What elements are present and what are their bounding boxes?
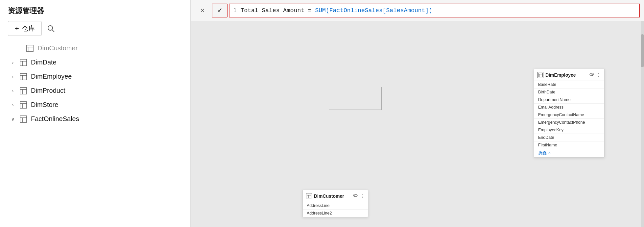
sidebar-search-row: + 仓库 <box>0 19 190 40</box>
sidebar-item-dimstore[interactable]: › DimStore <box>0 98 190 112</box>
table-icon <box>26 45 34 52</box>
chevron-dimemployee: › <box>10 74 16 79</box>
chevron-factonlinesales: ∨ <box>10 116 16 122</box>
sidebar-header: 资源管理器 <box>0 0 190 19</box>
sidebar-item-dimemployee[interactable]: › DimEmployee <box>0 69 190 84</box>
sidebar-item-factonlinesales[interactable]: ∨ FactOnlineSales <box>0 112 190 126</box>
sidebar-item-dimproduct[interactable]: › DimProduct <box>0 84 190 98</box>
dimstore-label: DimStore <box>31 101 58 109</box>
formula-text: Total Sales Amount = SUM(FactOnlineSales… <box>241 7 432 14</box>
table-field-addressline: AddressLine <box>303 202 368 210</box>
formula-text-blue: SUM(FactOnlineSales[SalesAmount]) <box>315 7 432 14</box>
table-field-enddate: EndDate <box>534 134 604 141</box>
formula-confirm-button[interactable]: ✓ <box>212 4 227 17</box>
confirm-icon: ✓ <box>217 7 222 14</box>
dim-employee-actions: ⋮ <box>589 72 601 78</box>
svg-rect-11 <box>20 88 27 94</box>
formula-line-number: 1 <box>233 7 237 13</box>
table-icon <box>20 73 27 80</box>
dimcustomer-partial-label: DimCustomer <box>37 44 78 52</box>
cancel-icon: × <box>201 6 205 15</box>
search-icon <box>47 25 55 33</box>
dim-customer-card-header: DimCustomer ⋮ <box>303 190 368 202</box>
table-icon <box>20 59 27 66</box>
add-warehouse-button[interactable]: + 仓库 <box>8 21 42 36</box>
table-field-emergencycontactphone: EmergencyContactPhone <box>534 119 604 126</box>
svg-rect-5 <box>20 59 27 66</box>
add-warehouse-label: 仓库 <box>22 24 35 33</box>
sidebar-item-dimcustomer[interactable]: DimCustomer <box>0 41 190 55</box>
table-icon <box>20 101 27 109</box>
dim-customer-eye-button[interactable] <box>353 193 358 199</box>
canvas-scrollbar-thumb <box>641 34 644 67</box>
dim-customer-actions: ⋮ <box>353 193 365 199</box>
dimemployee-label: DimEmployee <box>31 73 72 80</box>
table-field-emailaddress: EmailAddress <box>534 104 604 111</box>
dim-employee-more-button[interactable]: ⋮ <box>596 72 601 78</box>
dim-employee-eye-button[interactable] <box>589 72 594 78</box>
dimdate-label: DimDate <box>31 59 57 66</box>
svg-rect-25 <box>307 194 311 198</box>
dim-customer-more-button[interactable]: ⋮ <box>360 193 365 199</box>
dim-employee-card-header: DimEmployee ⋮ <box>534 69 604 81</box>
dim-customer-card: DimCustomer ⋮ AddressLine AddressLine2 <box>302 190 368 217</box>
table-field-departmentname: DepartmentName <box>534 96 604 104</box>
canvas-area: DimEmployee ⋮ BaseRate BirthDate Departm… <box>191 21 644 227</box>
dim-employee-table-icon <box>537 72 543 78</box>
svg-line-1 <box>52 30 54 32</box>
svg-rect-17 <box>20 116 27 122</box>
sidebar-item-dimdate[interactable]: › DimDate <box>0 55 190 69</box>
sidebar: 资源管理器 + 仓库 DimCustomer › <box>0 0 191 227</box>
table-field-firstname: FirstName <box>534 141 604 149</box>
table-field-addressline2: AddressLine2 <box>303 210 368 217</box>
dim-customer-title: DimCustomer <box>314 193 351 199</box>
plus-icon: + <box>15 24 19 33</box>
table-field-employeekey: EmployeeKey <box>534 126 604 134</box>
search-button[interactable] <box>47 25 55 33</box>
dim-customer-table-icon <box>306 193 312 199</box>
factonlinesales-label: FactOnlineSales <box>31 115 79 123</box>
main-content: × ✓ 1 Total Sales Amount = SUM(FactOnlin… <box>191 0 644 227</box>
sidebar-list: DimCustomer › DimDate › DimEmployee › <box>0 40 190 227</box>
svg-point-23 <box>590 73 594 76</box>
svg-point-28 <box>353 194 357 197</box>
more-icon: ⋮ <box>360 193 365 199</box>
chevron-dimdate: › <box>10 60 16 65</box>
svg-point-24 <box>591 74 592 75</box>
table-icon <box>20 87 27 94</box>
svg-point-0 <box>48 26 53 30</box>
more-icon: ⋮ <box>596 72 601 78</box>
svg-point-29 <box>355 195 356 196</box>
eye-icon <box>589 72 594 77</box>
table-icon <box>20 115 27 123</box>
eye-icon <box>353 193 358 198</box>
canvas-scrollbar[interactable] <box>641 21 644 227</box>
svg-rect-20 <box>538 73 543 77</box>
chevron-dimstore: › <box>10 102 16 108</box>
dim-employee-card: DimEmployee ⋮ BaseRate BirthDate Departm… <box>534 69 605 158</box>
formula-bar: × ✓ 1 Total Sales Amount = SUM(FactOnlin… <box>191 0 644 21</box>
formula-input[interactable]: 1 Total Sales Amount = SUM(FactOnlineSal… <box>229 4 640 17</box>
dimproduct-label: DimProduct <box>31 87 65 94</box>
svg-rect-8 <box>20 73 27 80</box>
sidebar-title: 资源管理器 <box>8 6 44 16</box>
chevron-dimproduct: › <box>10 88 16 93</box>
svg-rect-2 <box>27 45 33 52</box>
table-field-baserate: BaseRate <box>534 81 604 88</box>
dim-employee-collapse[interactable]: 折叠 ∧ <box>534 149 604 157</box>
formula-text-black: Total Sales Amount = <box>241 7 315 14</box>
table-field-emergencycontactname: EmergencyContactName <box>534 111 604 119</box>
dim-employee-title: DimEmployee <box>545 72 587 78</box>
table-field-birthdate: BirthDate <box>534 88 604 96</box>
formula-cancel-button[interactable]: × <box>195 4 210 17</box>
svg-rect-14 <box>20 102 27 108</box>
